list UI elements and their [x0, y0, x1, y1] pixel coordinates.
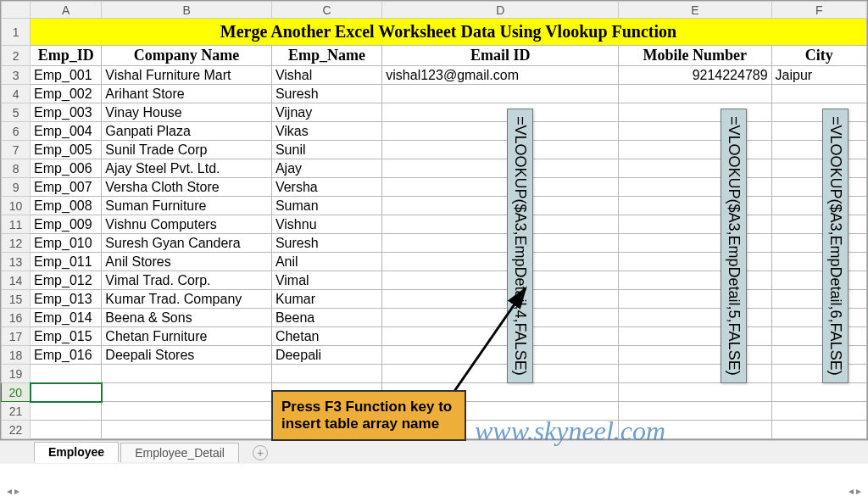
cell-mobile[interactable] [619, 309, 772, 327]
cell-emp-id[interactable]: Emp_001 [31, 66, 102, 85]
cell-emp-name[interactable]: Anil [271, 253, 381, 271]
cell-emp-name[interactable]: Vijnay [271, 103, 381, 122]
row-header[interactable]: 17 [2, 327, 31, 346]
cell-emp-name[interactable]: Vimal [271, 271, 381, 290]
cell-emp-id[interactable]: Emp_012 [31, 271, 102, 290]
cell-city[interactable] [771, 159, 866, 178]
cell-email[interactable] [382, 197, 619, 215]
cell-email[interactable] [382, 290, 619, 309]
cell[interactable] [382, 365, 619, 383]
cell-company[interactable]: Suresh Gyan Candera [102, 234, 272, 253]
cell-city[interactable] [771, 290, 866, 309]
cell-email[interactable] [382, 122, 619, 141]
sheet-title[interactable]: Merge Another Excel Worksheet Data Using… [31, 19, 867, 46]
cell-emp-id[interactable]: Emp_011 [31, 253, 102, 271]
row-header[interactable]: 10 [2, 197, 31, 215]
cell-city[interactable] [771, 234, 866, 253]
cell-company[interactable]: Vimal Trad. Corp. [102, 271, 272, 290]
cell-email[interactable] [382, 346, 619, 365]
row-header[interactable]: 11 [2, 215, 31, 234]
cell-emp-name[interactable]: Vishnu [271, 215, 381, 234]
cell-city[interactable] [771, 122, 866, 141]
cell-emp-id[interactable]: Emp_005 [31, 141, 102, 159]
cell-email[interactable] [382, 159, 619, 178]
cell-company[interactable]: Sunil Trade Corp [102, 141, 272, 159]
header-emp-name[interactable]: Emp_Name [271, 46, 381, 66]
cell-emp-id[interactable]: Emp_003 [31, 103, 102, 122]
cell[interactable] [619, 383, 772, 402]
cell[interactable] [102, 402, 272, 421]
cell-emp-id[interactable]: Emp_002 [31, 85, 102, 103]
row-header[interactable]: 15 [2, 290, 31, 309]
cell-mobile[interactable] [619, 122, 772, 141]
add-sheet-button[interactable]: + [253, 445, 268, 460]
row-header[interactable]: 19 [2, 365, 31, 383]
cell-mobile[interactable]: 9214224789 [619, 66, 772, 85]
cell-company[interactable]: Anil Stores [102, 253, 272, 271]
cell-emp-id[interactable]: Emp_015 [31, 327, 102, 346]
row-header[interactable]: 20 [2, 383, 31, 402]
cell-emp-id[interactable]: Emp_014 [31, 309, 102, 327]
row-header[interactable]: 7 [2, 141, 31, 159]
row-header-1[interactable]: 1 [2, 19, 31, 46]
cell-company[interactable]: Kumar Trad. Company [102, 290, 272, 309]
cell-mobile[interactable] [619, 178, 772, 197]
cell-city[interactable] [771, 103, 866, 122]
cell-email[interactable]: vishal123@gmail.com [382, 66, 619, 85]
cell-city[interactable] [771, 85, 866, 103]
cell[interactable] [31, 383, 102, 402]
cell-city[interactable] [771, 346, 866, 365]
cell[interactable] [31, 402, 102, 421]
row-header[interactable]: 3 [2, 66, 31, 85]
cell-company[interactable]: Versha Cloth Store [102, 178, 272, 197]
col-header-F[interactable]: F [771, 2, 866, 19]
cell-email[interactable] [382, 141, 619, 159]
row-header[interactable]: 13 [2, 253, 31, 271]
cell[interactable] [271, 365, 381, 383]
cell-city[interactable]: Jaipur [771, 66, 866, 85]
cell-city[interactable] [771, 309, 866, 327]
corner-cell[interactable] [2, 2, 31, 19]
cell[interactable] [771, 365, 866, 383]
cell-emp-name[interactable]: Kumar [271, 290, 381, 309]
tab-employee[interactable]: Employee [34, 442, 119, 463]
cell-mobile[interactable] [619, 346, 772, 365]
cell-emp-name[interactable]: Vikas [271, 122, 381, 141]
cell[interactable] [102, 383, 272, 402]
cell-mobile[interactable] [619, 159, 772, 178]
cell-company[interactable]: Chetan Furniture [102, 327, 272, 346]
cell-email[interactable] [382, 178, 619, 197]
cell-emp-name[interactable]: Suresh [271, 234, 381, 253]
cell[interactable] [31, 365, 102, 383]
col-header-C[interactable]: C [271, 2, 381, 19]
cell-company[interactable]: Beena & Sons [102, 309, 272, 327]
cell-emp-id[interactable]: Emp_010 [31, 234, 102, 253]
cell-emp-id[interactable]: Emp_004 [31, 122, 102, 141]
header-mobile[interactable]: Mobile Number [619, 46, 772, 66]
cell[interactable] [102, 365, 272, 383]
cell-city[interactable] [771, 178, 866, 197]
cell-mobile[interactable] [619, 85, 772, 103]
cell-email[interactable] [382, 309, 619, 327]
cell[interactable] [619, 365, 772, 383]
cell-mobile[interactable] [619, 253, 772, 271]
tab-nav-right-icon[interactable]: ◂ ▸ [849, 485, 861, 497]
cell-city[interactable] [771, 141, 866, 159]
cell-email[interactable] [382, 85, 619, 103]
cell-company[interactable]: Arihant Store [102, 85, 272, 103]
cell-emp-name[interactable]: Suman [271, 197, 381, 215]
cell-city[interactable] [771, 215, 866, 234]
row-header[interactable]: 4 [2, 85, 31, 103]
cell-email[interactable] [382, 327, 619, 346]
cell-mobile[interactable] [619, 271, 772, 290]
header-city[interactable]: City [771, 46, 866, 66]
cell-emp-name[interactable]: Vishal [271, 66, 381, 85]
col-header-E[interactable]: E [619, 2, 772, 19]
cell-emp-name[interactable]: Deepali [271, 346, 381, 365]
cell-email[interactable] [382, 103, 619, 122]
cell-email[interactable] [382, 215, 619, 234]
row-header[interactable]: 12 [2, 234, 31, 253]
col-header-D[interactable]: D [382, 2, 619, 19]
cell-mobile[interactable] [619, 103, 772, 122]
cell-city[interactable] [771, 197, 866, 215]
